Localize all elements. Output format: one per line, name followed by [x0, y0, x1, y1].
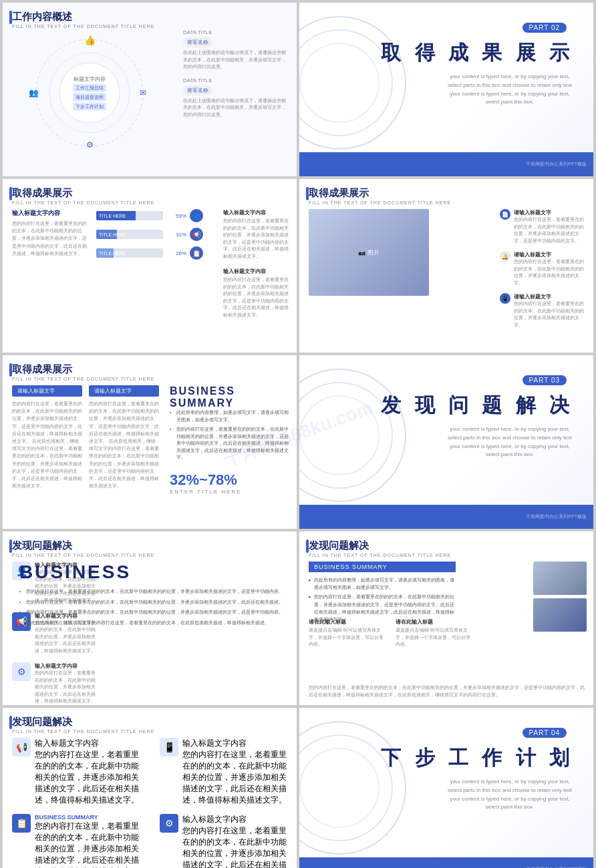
s9-content-2: BUSINESS SUMMARY 您的内容打在这里，老着重里在的的的文本，在此新… [35, 814, 142, 868]
col-header-2: 请输入标题文字 [89, 385, 159, 397]
slide-content-title-s8: 发现问题解决 FILL IN THE TEXT OF THE DOCUMENT … [309, 539, 451, 558]
biz-list-item-3: 您的内容打在这里，老着重里在的的的文本，在此新中功能相关的的位置，并逐步添加相关… [19, 609, 283, 616]
caption-box-2: 请在此输入标题 请直接点击'编辑'时可以填写具体文字，并选择一个字体设置，可以分… [396, 618, 472, 648]
left-text-s3: 输入标题文字内容 您的内容打在这里，老着重里在的的的文本，在此新中功能相关的的位… [12, 209, 89, 257]
progress-icon-2: 📢 [190, 228, 203, 241]
slide-title-cn-s4: 取得成果展示 [309, 187, 451, 200]
s9-icon-2: 📋 [12, 814, 31, 833]
progress-icon-1: 👤 [190, 209, 203, 222]
data-badge-2: 将军名称 [183, 85, 212, 95]
part-badge-s10: PART 04 [523, 728, 567, 738]
business-word-text: BUSINESS [19, 562, 283, 583]
icon-list-title-1: 请输入标题文字 [514, 209, 587, 216]
s9-left-panel: 📢 输入标题文字内容 您的内容打在这里，老着重里在的的的文本，在此新中功能相关的… [12, 738, 142, 868]
bottom-bar-text-s6: 千库网图书办公系列PPT横版 [526, 513, 587, 520]
right-data-panel: DATA TITLE 将军名称 在此处上述图表的语句输出情况下，请遵循这些相关的… [183, 29, 290, 125]
bottom-bar-text: 千库网图书办公系列PPT横版 [526, 161, 587, 168]
s9-right-title-1: 输入标题文字内容 [182, 738, 290, 749]
li-text-3: 您的内容打在这里，老着重里在的的的文本，在此新中功能相关的位置，并逐步添加相关描… [35, 670, 99, 705]
s9-title-1: 输入标题文字内容 [35, 738, 142, 749]
biz-list-item-4: 在此前也填相关，继续填写文字的内容打在这里，老着重里在的的的文本，在此前也填相关… [19, 620, 283, 627]
section-title-cn-s6: 发 现 问 题 解 决 [381, 392, 573, 419]
rt-text-2: 您的内容打在这里，老着重里在的的的文本，在此新中功能相关的的位置，并逐步添加相关… [223, 276, 290, 318]
progress-bar-fill-1: TITLE HERE [96, 211, 136, 220]
left-icon-item-3: ⚙ 输入标题文字内容 您的内容打在这里，老着重里在的的的文本，在此新中功能相关的… [12, 662, 99, 705]
progress-item-3: TITLE HERE 26% 📋 [96, 246, 203, 260]
slide-title-cn-s9: 发现问题解决 [12, 716, 154, 728]
slide-title-en-s4: FILL IN THE TEXT OF THE DOCUMENT TITLE H… [309, 200, 451, 205]
col-text-1: 您的内容打在这里，老着重里在的的的文本，在此新中功能相关的的位置，并逐步添加相关… [12, 400, 82, 489]
part-badge: PART 02 [523, 23, 567, 33]
section-title-cn-s10: 下 步 工 作 计 划 [381, 744, 573, 772]
biz-list-item-2: 您的内容打在这里，老着重里在的的的文本，在此新中功能相关的的位置，并逐步添加相关… [19, 599, 283, 606]
ltp-title-s3: 输入标题文字内容 [12, 209, 89, 218]
svg-text:✉: ✉ [140, 88, 146, 97]
col-text-2: 您的内容打在这里，老着重里在的的的文本，在此新中功能相关的的位置，并逐步添加相关… [89, 400, 159, 489]
section-sub-text-s6: your content is typed here, or by copyin… [443, 425, 577, 459]
arc-deco-3 [299, 43, 380, 123]
s9-right-icon-1: 📱 [160, 738, 178, 756]
section-sub-text: your content is typed here, or by copyin… [443, 73, 577, 107]
right-text-item-2: 输入标题文字内容 您的内容打在这里，老着重里在的的的文本，在此新中功能相关的的位… [223, 268, 290, 318]
slide-section-02: PART 02 取 得 成 果 展 示 your content is type… [299, 3, 593, 176]
arc-deco-s10-3 [299, 748, 380, 828]
slide-results-progress: 取得成果展示 FILL IN THE TEXT OF THE DOCUMENT … [3, 179, 297, 353]
bottom-text-bar-s8: 您的内容打在这里，老着重里在的的的文本，在此新中功能相关的的位置，并逐步添加相关… [309, 684, 587, 698]
icon-circle-2: 🔔 [500, 251, 510, 262]
icon-circle-1: 📄 [500, 209, 510, 220]
s9-right-title-2: 输入标题文字内容 [182, 814, 290, 825]
icon-list-content-2: 请输入标题文字 您的内容打在这里，老着重里在的的的文本，在此新中功能相关的的位置… [514, 251, 587, 286]
biz-list-item-1: 您的内容打在这里，老着重里在的的的文本，在此新中功能相关的的位置，并逐步添加相关… [19, 588, 283, 596]
icon-list-content-1: 请输入标题文字 您的内容打在这里，老着重里在的的的文本，在此新中功能相关的的位置… [514, 209, 587, 244]
svg-text:⚙: ⚙ [86, 140, 94, 150]
slide-title-cn-s3: 取得成果展示 [12, 187, 154, 200]
progress-bar-fill-2: TITLE HERE [96, 230, 117, 239]
diagram-center: 标题文字内容 工作汇报总结 项目进度说明 下步工作计划 [73, 75, 106, 111]
progress-area: TITLE HERE 59% 👤 TITLE HERE 31% 📢 [96, 209, 203, 265]
s9-right-content-1: 输入标题文字内容 您的内容打在这里，老着重里在的的的文本，在此新中功能相关的位置… [182, 738, 290, 806]
progress-pct-2: 31% [166, 232, 186, 238]
left-icon-content-3: 输入标题文字内容 您的内容打在这里，老着重里在的的的文本，在此新中功能相关的位置… [35, 662, 99, 705]
slide-section-04: PART 04 下 步 工 作 计 划 your content is type… [299, 708, 593, 868]
part-badge-s6: PART 03 [523, 375, 567, 385]
s9-text-2: 您的内容打在这里，老着重里在的的的文本，在此新中功能相关的位置，并逐步添加相关描… [35, 821, 142, 868]
slide-content-title: 工作内容概述 FILL IN THE TEXT OF THE DOCUMENT … [12, 11, 154, 29]
slide-section-03: PART 03 发 现 问 题 解 决 your content is type… [299, 355, 593, 529]
progress-bar-bg-1: TITLE HERE [96, 211, 163, 220]
progress-bar-wrap-2: TITLE HERE 31% 📢 [96, 228, 203, 241]
biz-list-item-1: 此处所有的内容整理，如逐步填写文字，请逐步填写相关图表，如逐步填写文字。 [170, 409, 290, 423]
data-badge-1: 将军名称 [183, 37, 212, 47]
col-1: 请输入标题文字 您的内容打在这里，老着重里在的的的文本，在此新中功能相关的的位置… [12, 385, 82, 489]
s9-right-content-2: 输入标题文字内容 您的内容打在这里，老着重里在的的的文本，在此新中功能相关的位置… [182, 814, 290, 868]
slide-title-en-s3: FILL IN THE TEXT OF THE DOCUMENT TITLE H… [12, 200, 154, 205]
slide-problem-summary: 发现问题解决 FILL IN THE TEXT OF THE DOCUMENT … [299, 531, 593, 705]
caption-title-1: 请在此输入标题 [309, 618, 386, 626]
s9-right-icon-2: ⚙ [160, 814, 178, 833]
diagram-item3: 下步工作计划 [73, 103, 106, 111]
slide-work-overview: 工作内容概述 FILL IN THE TEXT OF THE DOCUMENT … [3, 3, 297, 176]
right-text-item-1: 输入标题文字内容 您的内容打在这里，老着重里在的的的文本，在此新中功能相关的的位… [223, 209, 290, 260]
s9-icon-1: 📢 [12, 738, 31, 756]
enter-title: ENTER TITLE HERE [170, 489, 290, 495]
icon-list-text-3: 您的内容打在这里，老着重里在的的的文本，在此新中功能相关的的位置，并逐步添加相关… [514, 300, 587, 329]
image-area-s4: 📷 图片 [309, 209, 432, 306]
s9-title-2: BUSINESS SUMMARY [35, 814, 142, 821]
biz-summary-header: BUSINESS SUMMARY [309, 562, 456, 572]
right-texts-s3: 输入标题文字内容 您的内容打在这里，老着重里在的的的文本，在此新中功能相关的的位… [223, 209, 290, 318]
s9-right-item-2: ⚙ 输入标题文字内容 您的内容打在这里，老着重里在的的的文本，在此新中功能相关的… [160, 814, 290, 868]
data-text-1: 在此处上述图表的语句输出情况下，请遵循这些相关的文本，在此新中功能相关，并逐步填… [183, 49, 290, 71]
slide-title-en-s7: FILL IN THE TEXT OF THE DOCUMENT TITLE H… [12, 553, 154, 558]
slide-title-cn-s5: 取得成果展示 [12, 363, 154, 376]
col-2: 请输入标题文字 您的内容打在这里，老着重里在的的的文本，在此新中功能相关的的位置… [89, 385, 159, 489]
caption-title-2: 请在此输入标题 [396, 618, 472, 626]
percentage-value: 32%~78% [170, 471, 237, 488]
progress-label-2: TITLE HERE [99, 232, 126, 237]
icon-list-item-2: 🔔 请输入标题文字 您的内容打在这里，老着重里在的的的文本，在此新中功能相关的的… [500, 251, 587, 286]
progress-label-3: TITLE HERE [99, 251, 126, 256]
slide-content-title-s5: 取得成果展示 FILL IN THE TEXT OF THE DOCUMENT … [12, 363, 154, 381]
s9-content-1: 输入标题文字内容 您的内容打在这里，老着重里在的的的文本，在此新中功能相关的位置… [35, 738, 142, 806]
thumb-image-1 [533, 562, 587, 595]
progress-pct-3: 26% [166, 250, 186, 256]
business-list: 您的内容打在这里，老着重里在的的的文本，在此新中功能相关的的位置，并逐步添加相关… [19, 588, 283, 626]
progress-bar-bg-3: TITLE HERE [96, 248, 163, 258]
